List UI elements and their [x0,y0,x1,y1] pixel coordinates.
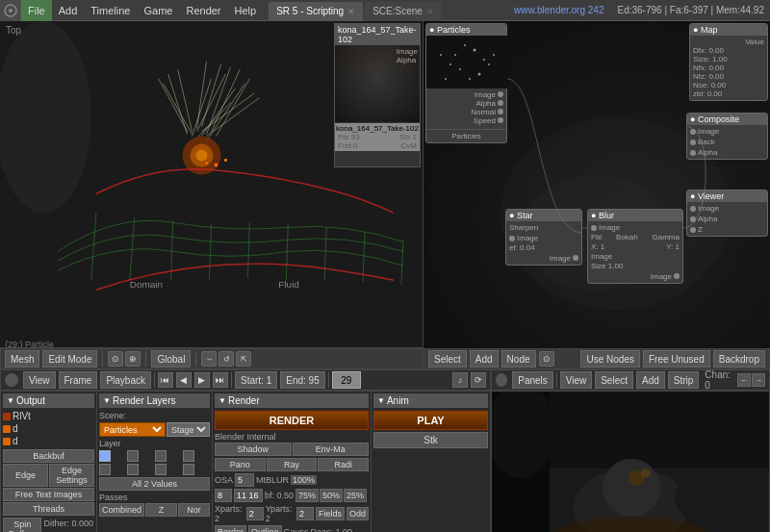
blur-node[interactable]: ● Blur Image FblBokahGamma X: 1Y: 1 Imag… [587,209,683,284]
pct75-btn[interactable]: 75% [295,489,319,502]
composite-node[interactable]: ● Composite Image Back Alpha [686,113,768,160]
radio-btn[interactable]: Radi [318,458,369,471]
global-btn[interactable]: Global [151,350,191,367]
view-btn[interactable]: View [23,371,56,389]
comp-icon-1[interactable]: ⊙ [539,351,554,367]
z-btn[interactable]: Z [145,503,177,517]
seq-nav-left[interactable]: ← [737,373,751,387]
svg-point-44 [449,63,451,65]
top-menu-bar: File Add Timeline Game Render Help SR 5 … [0,0,770,21]
vp-icon-2[interactable]: ⊕ [125,351,141,367]
ray-btn[interactable]: Ray [267,458,318,471]
jump-start-btn[interactable]: ⏮ [158,372,173,388]
anim-stk-btn[interactable]: Stk [373,432,488,448]
yparts-input[interactable] [296,507,314,520]
transform-icon-2[interactable]: ↺ [218,351,234,367]
transform-icon-1[interactable]: ↔ [201,351,217,367]
jump-end-btn[interactable]: ⏭ [213,372,228,388]
start-frame-btn[interactable]: Start: 1 [235,371,277,389]
menu-help[interactable]: Help [228,0,264,21]
backdrop-btn[interactable]: Backdrop [713,350,765,367]
cb7[interactable] [155,464,167,475]
mblur-val[interactable] [234,489,263,502]
seq-strip-btn[interactable]: Strip [668,371,700,389]
viewport-label: Top [6,25,21,36]
nor-btn[interactable]: Nor [178,503,210,517]
svg-point-35 [214,164,218,167]
all2-values-btn[interactable]: All 2 Values [99,477,210,491]
tab-close-scene[interactable]: ✕ [426,7,434,16]
menu-render[interactable]: Render [179,0,227,21]
fields-btn[interactable]: Fields [316,507,345,520]
ztra-cb[interactable] [155,450,167,462]
use-nodes-btn[interactable]: Use Nodes [580,350,639,367]
shadow-btn[interactable]: Shadow [215,443,292,456]
menu-game[interactable]: Game [137,0,179,21]
anim-play-btn[interactable]: PLAY [373,411,488,430]
stats-display: Ed:36-796 | Fa:6-397 | Mem:44.92 [611,5,770,15]
edge-btn[interactable]: Edge [3,464,48,487]
transform-icon-3[interactable]: ⇱ [236,351,251,367]
menu-timeline[interactable]: Timeline [84,0,137,21]
seq-nav-right[interactable]: → [752,373,765,387]
comp-add-btn[interactable]: Add [470,350,499,367]
svg-point-58 [603,459,660,517]
free-unused-btn[interactable]: Free Unused [643,350,710,367]
audio-icon[interactable]: ♪ [452,372,468,388]
svg-point-62 [641,469,651,478]
star-node[interactable]: ● Star Sharpen Image ef: 0.04 Image [505,209,582,266]
cb6[interactable] [127,464,139,475]
odd-btn[interactable]: Odd [346,507,369,520]
menu-add[interactable]: Add [52,0,85,21]
edge-settings-btn[interactable]: Edge Settings [49,464,94,487]
seq-panels-btn[interactable]: Panels [512,371,553,389]
playback-btn[interactable]: Playback [100,371,151,389]
seq-select-btn[interactable]: Select [595,371,633,389]
cb8[interactable] [183,464,194,475]
cb5[interactable] [99,464,111,475]
map-node[interactable]: ● Map Value Dfx: 0.00Size: 1.00Nfx: 0.00… [689,23,768,101]
play-btn[interactable]: ▶ [194,372,210,388]
layers-select[interactable]: Particles [99,422,166,437]
solid-cb[interactable] [99,450,111,462]
envmap-btn[interactable]: Env-Ma [293,443,370,456]
combined-btn[interactable]: Combined [99,503,144,517]
outline-btn[interactable]: Outline [248,525,282,532]
mesh-btn[interactable]: Mesh [5,350,39,367]
tab-scripting[interactable]: SR 5 - Scripting ✕ [269,2,363,21]
viewport-3d[interactable]: Top [0,21,424,348]
backbuf-btn[interactable]: Backbuf [3,449,94,463]
menu-file[interactable]: File [21,0,52,21]
border-btn[interactable]: Border [215,525,246,532]
threads-btn[interactable]: Threads [3,502,94,516]
comp-select-btn[interactable]: Select [428,350,467,367]
render-btn[interactable]: RENDER [215,411,369,430]
render-panel: ▼ Render RENDER Blender Internal Shadow … [213,392,372,532]
end-frame-btn[interactable]: End: 95 [280,371,324,389]
blender-link[interactable]: www.blender.org 242 [506,5,611,15]
current-frame-input[interactable]: 29 [332,371,361,389]
comp-node-btn[interactable]: Node [501,350,536,367]
particles-node[interactable]: ● Particles Image Alpha [425,23,507,143]
osa-val[interactable] [215,489,232,502]
spin-buffers-btn[interactable]: Spin Buffers [3,518,41,532]
pct50-btn[interactable]: 50% [320,489,343,502]
vp-icon-1[interactable]: ⊙ [108,351,123,367]
play-back-btn[interactable]: ◀ [176,372,192,388]
sync-icon[interactable]: ⟳ [471,372,486,388]
pano-btn[interactable]: Pano [215,458,266,471]
stage-select[interactable]: Stage [167,422,210,437]
frame-btn[interactable]: Frame [59,371,98,389]
tab-close-scripting[interactable]: ✕ [347,7,355,16]
tab-scene[interactable]: SCE:Scene ✕ [365,2,442,21]
seq-view-btn[interactable]: View [560,371,593,389]
mode-btn[interactable]: Edit Mode [42,350,97,367]
osa-input[interactable] [235,473,254,487]
viewer-node[interactable]: ● Viewer Image Alpha Z [686,190,768,237]
halo-cb[interactable] [127,450,139,462]
pct25-btn[interactable]: 25% [344,489,367,502]
seq-add-btn[interactable]: Add [636,371,665,389]
xparts-input[interactable] [246,507,264,520]
free-text-images-btn[interactable]: Free Text Images [3,488,94,501]
edge-cb[interactable] [183,450,194,462]
